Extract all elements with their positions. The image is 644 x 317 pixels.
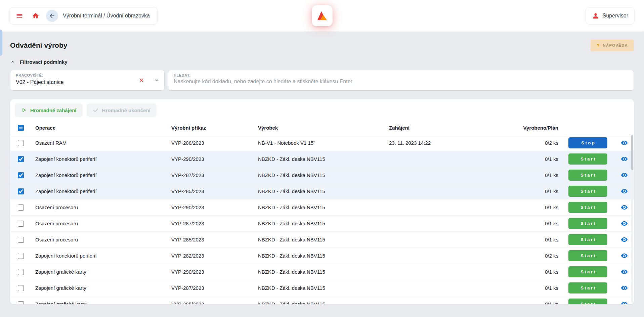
row-action-button[interactable]: Start: [568, 282, 607, 293]
row-action-button[interactable]: Start: [568, 186, 607, 197]
row-action-button[interactable]: Start: [568, 250, 607, 261]
row-checkbox[interactable]: [18, 285, 24, 291]
workplace-clear-button[interactable]: [136, 75, 147, 86]
search-field[interactable]: HLEDAT:: [168, 70, 634, 91]
cell-prikaz: VYP-290/2023: [168, 269, 254, 275]
cell-vyrobek: NBZKD - Zákl. deska NBV115: [254, 172, 385, 178]
row-view-button[interactable]: [619, 251, 629, 261]
table-row: Zapojení konektorů periferií VYP-285/202…: [10, 183, 634, 199]
row-checkbox[interactable]: [18, 269, 24, 275]
hamburger-icon: [16, 12, 23, 19]
nav-cluster: Výrobní terminál / Úvodní obrazovka: [9, 7, 158, 25]
cell-vyrobek: NBZKD - Zákl. deska NBV115: [254, 301, 385, 304]
logo-icon: [315, 9, 329, 22]
row-view-button[interactable]: [619, 299, 629, 304]
cell-plan: 0/1 ks: [497, 237, 561, 242]
cell-prikaz: VYP-290/2023: [168, 156, 254, 162]
row-action-button[interactable]: Start: [568, 266, 607, 277]
cell-prikaz: VYP-287/2023: [168, 172, 254, 178]
scrollbar-thumb[interactable]: [631, 135, 633, 170]
table-row: Zapojení grafické karty VYP-290/2023 NBZ…: [10, 264, 634, 280]
page-head: Odvádění výroby ? NÁPOVĚDA: [10, 40, 634, 51]
play-icon: [21, 107, 27, 113]
row-view-button[interactable]: [619, 154, 629, 164]
column-header-vyrobek: Výrobek: [254, 125, 385, 131]
row-checkbox[interactable]: [18, 221, 24, 227]
search-label: HLEDAT:: [174, 73, 628, 77]
column-header-zahajeni: Zahájení: [385, 125, 497, 131]
cell-prikaz: VYP-288/2023: [168, 140, 254, 146]
cell-vyrobek: NBZKD - Zákl. deska NBV115: [254, 253, 385, 259]
back-button[interactable]: [46, 10, 58, 22]
row-action-button[interactable]: Start: [568, 218, 607, 229]
eye-icon: [621, 204, 628, 211]
cell-operace: Zapojení grafické karty: [32, 285, 168, 291]
row-checkbox[interactable]: [18, 301, 24, 305]
row-view-button[interactable]: [619, 170, 629, 180]
cell-vyrobek: NBZKD - Zákl. deska NBV115: [254, 156, 385, 162]
table-header: Operace Výrobní příkaz Výrobek Zahájení …: [10, 121, 634, 135]
row-action-button[interactable]: Stop: [568, 137, 607, 148]
row-view-button[interactable]: [619, 219, 629, 228]
menu-button[interactable]: [14, 10, 25, 21]
row-view-button[interactable]: [619, 138, 629, 148]
cell-vyrobek: NBZKD - Zákl. deska NBV115: [254, 237, 385, 242]
table-row: Osazení RAM VYP-288/2023 NB-V1 - Noteboo…: [10, 135, 634, 151]
row-view-button[interactable]: [619, 235, 629, 244]
user-label: Supervisor: [603, 13, 628, 19]
row-action-button[interactable]: Start: [568, 153, 607, 165]
row-checkbox[interactable]: [18, 140, 24, 146]
row-view-button[interactable]: [619, 283, 629, 293]
row-view-button[interactable]: [619, 267, 629, 277]
cell-plan: 0/1 ks: [497, 172, 561, 178]
row-checkbox[interactable]: [18, 172, 24, 178]
top-bar: Výrobní terminál / Úvodní obrazovka Supe…: [0, 0, 644, 32]
user-menu[interactable]: Supervisor: [586, 7, 635, 25]
check-icon: [93, 107, 99, 113]
bulk-end-button[interactable]: Hromadné ukončení: [87, 103, 157, 117]
eye-icon: [621, 236, 628, 243]
cell-plan: 0/1 ks: [497, 188, 561, 194]
row-checkbox[interactable]: [18, 237, 24, 243]
filters-toggle[interactable]: Filtrovací podmínky: [10, 58, 634, 65]
table-row: Zapojení grafické karty VYP-287/2023 NBZ…: [10, 280, 634, 296]
cell-vyrobek: NBZKD - Zákl. deska NBV115: [254, 205, 385, 210]
row-action-button[interactable]: Start: [568, 170, 607, 181]
question-icon: ?: [597, 43, 600, 48]
chevron-down-icon[interactable]: [154, 77, 160, 83]
row-action-button[interactable]: Start: [568, 234, 607, 245]
row-action-button[interactable]: Start: [568, 299, 607, 304]
cell-plan: 0/2 ks: [497, 253, 561, 259]
user-icon: [592, 12, 599, 19]
workplace-select[interactable]: PRACOVIŠTĚ: V02 - Pájecí stanice: [10, 70, 165, 91]
bulk-start-button[interactable]: Hromadné zahájení: [15, 103, 83, 117]
eye-icon: [621, 301, 628, 304]
row-action-button[interactable]: Start: [568, 202, 607, 213]
row-view-button[interactable]: [619, 186, 629, 196]
home-button[interactable]: [30, 10, 41, 21]
help-button[interactable]: ? NÁPOVĚDA: [591, 40, 634, 51]
cell-vyrobek: NBZKD - Zákl. deska NBV115: [254, 188, 385, 194]
cell-operace: Osazení procesoru: [32, 205, 168, 210]
row-view-button[interactable]: [619, 202, 629, 212]
table-row: Zapojení grafické karty VYP-285/2023 NBZ…: [10, 296, 634, 304]
table-scrollbar[interactable]: [631, 135, 633, 303]
left-scroll-indicator[interactable]: [0, 30, 2, 56]
row-checkbox[interactable]: [18, 205, 24, 211]
table-body: Osazení RAM VYP-288/2023 NB-V1 - Noteboo…: [10, 135, 634, 304]
cell-operace: Zapojení konektorů periferií: [32, 253, 168, 259]
cell-prikaz: VYP-290/2023: [168, 205, 254, 210]
row-checkbox[interactable]: [18, 156, 24, 162]
bulk-actions: Hromadné zahájení Hromadné ukončení: [10, 99, 634, 121]
search-input[interactable]: [174, 79, 628, 85]
select-all-checkbox[interactable]: [18, 125, 24, 131]
row-checkbox[interactable]: [18, 188, 24, 194]
row-checkbox[interactable]: [18, 253, 24, 259]
table-row: Zapojení konektorů periferií VYP-287/202…: [10, 167, 634, 183]
column-header-plan: Vyrobeno/Plán: [497, 125, 561, 131]
help-label: NÁPOVĚDA: [603, 43, 628, 47]
table-row: Osazení procesoru VYP-290/2023 NBZKD - Z…: [10, 199, 634, 216]
cell-operace: Zapojení konektorů periferií: [32, 156, 168, 162]
cell-operace: Zapojení konektorů periferií: [32, 172, 168, 178]
eye-icon: [621, 220, 628, 227]
